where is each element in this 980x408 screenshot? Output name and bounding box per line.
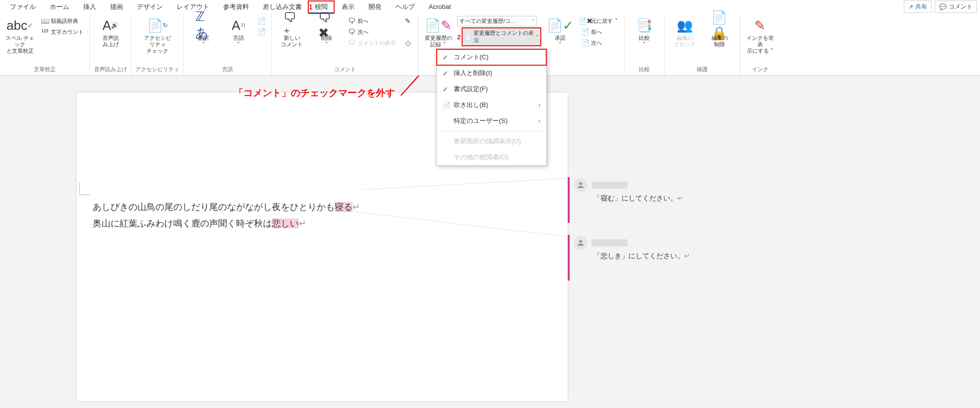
translate-icon: ℤあ [195, 17, 212, 34]
wordcount-icon: ¹²³ [41, 28, 49, 36]
language-icon: A가 [230, 17, 247, 34]
compare-icon: 📑 [636, 17, 653, 34]
pencil-icon: ✎ [404, 17, 412, 25]
check-icon: ✓ [443, 86, 450, 93]
compare-button[interactable]: 📑 比較˅ [628, 16, 660, 49]
menu-references[interactable]: 参考資料 [216, 0, 256, 13]
menu-item-other-reviewers: その他の校閲者(O) [437, 149, 546, 165]
delete-comment-icon: 🗨✖ [318, 17, 335, 34]
translate-button[interactable]: ℤあ 翻訳˅ [188, 16, 220, 49]
doc-line-1[interactable]: あしびきの山鳥の尾のしだり尾のながながし夜をひとりかも寝る↵ [93, 199, 360, 215]
comment-icon: 💬 [939, 3, 947, 10]
group-compare: 📑 比較˅ 比較 [624, 14, 665, 75]
annotation-2: 2 [457, 33, 461, 41]
accessibility-button[interactable]: 📄↻ アクセシビリティ チェック [141, 16, 173, 56]
menu-item-insertions[interactable]: ✓挿入と削除(I) [437, 65, 546, 81]
comment-marker-1[interactable] [568, 177, 570, 223]
eraser-icon: ◇ [404, 39, 412, 47]
block-authors-button: 👥 編集の ブロック [669, 16, 701, 49]
show-markup-menu: ✓コメント(C) ✓挿入と削除(I) ✓書式設定(F) 📄吹き出し(B)› 特定… [436, 49, 547, 166]
thesaurus-button[interactable]: 📖類義語辞典 [39, 16, 86, 26]
doc-icon: 📄 [443, 102, 450, 109]
lang-sm1[interactable]: 📄 [255, 16, 267, 26]
menu-design[interactable]: デザイン [130, 0, 170, 13]
chevron-right-icon: › [538, 117, 540, 124]
comment-2[interactable]: 「悲しき」にしてください。↵ [574, 236, 723, 261]
menu-item-comments[interactable]: ✓コメント(C) [437, 49, 546, 65]
show-comments-button[interactable]: 🗨コメントの表示 [346, 38, 398, 48]
reject-icon: 📄✖ [581, 17, 589, 25]
menu-insert[interactable]: 挿入 [76, 0, 103, 13]
track-changes-button[interactable]: 📄✎ 変更履歴の 記録 ˅ [422, 16, 454, 49]
menu-help[interactable]: ヘルプ [388, 0, 422, 13]
comment-next-button[interactable]: 🗨次へ [346, 27, 398, 37]
next-icon: 🗨 [348, 28, 356, 36]
highlight-1: 寝る [335, 202, 353, 212]
share-button[interactable]: ↗共有 [904, 0, 932, 13]
change-prev-button[interactable]: 📄前へ [579, 27, 620, 37]
menu-item-users[interactable]: 特定のユーザー(S)› [437, 113, 546, 129]
group-label: 比較 [639, 65, 650, 75]
svg-point-4 [579, 240, 582, 243]
doc-line-2[interactable]: 奥山に紅葉ふみわけ鳴く鹿の声聞く時ぞ秋は悲しい↵ [93, 215, 306, 232]
spellcheck-icon: abc✓ [11, 17, 28, 34]
new-comment-button[interactable]: 🗨⁺ 新しい コメント [276, 16, 308, 49]
group-comments: 🗨⁺ 新しい コメント 🗨✖ 削除˅ 🗨前へ 🗨次へ 🗨コメントの表示 ✎ ◇ … [272, 14, 418, 75]
lang-sm2[interactable]: 📄 [255, 27, 267, 37]
menu-developer[interactable]: 開発 [362, 0, 388, 13]
comment-prev-button[interactable]: 🗨前へ [346, 16, 398, 26]
spellcheck-button[interactable]: abc✓ スペル チェック と文章校正 [4, 16, 36, 56]
group-ink: ✎ インクを非表 示にする ˅ インク [740, 14, 780, 75]
menu-acrobat[interactable]: Acrobat [422, 1, 458, 12]
accessibility-icon: 📄↻ [149, 17, 166, 34]
prev-change-icon: 📄 [581, 28, 589, 36]
group-accessibility: 📄↻ アクセシビリティ チェック アクセシビリティ [131, 14, 184, 75]
group-label: アクセシビリティ [135, 65, 179, 75]
menu-item-formatting[interactable]: ✓書式設定(F) [437, 81, 546, 97]
menu-bar: ファイル ホーム 挿入 描画 デザイン レイアウト 参考資料 差し込み文書 1 … [0, 0, 980, 14]
accept-icon: 📄✓ [552, 17, 569, 34]
comment-button[interactable]: 💬コメント [935, 0, 977, 13]
check-icon: ✓ [443, 54, 450, 61]
new-comment-icon: 🗨⁺ [283, 17, 300, 34]
menu-home[interactable]: ホーム [43, 0, 76, 13]
comment-marker-2[interactable] [568, 235, 570, 281]
avatar-icon [574, 178, 588, 192]
page-corner-mark [79, 182, 90, 195]
menu-file[interactable]: ファイル [3, 0, 43, 13]
next-change-icon: 📄 [581, 39, 589, 47]
hide-ink-button[interactable]: ✎ インクを非表 示にする ˅ [744, 16, 776, 56]
display-for-review-dropdown[interactable]: すべての変更履歴/コ…˅ [457, 16, 537, 26]
wordcount-button[interactable]: ¹²³文字カウント [39, 27, 86, 37]
reject-button[interactable]: 📄✖元に戻す ˅ [579, 16, 620, 26]
menu-review[interactable]: 校閲 [308, 0, 335, 13]
show-markup-dropdown[interactable]: 📄変更履歴とコメントの表示 ˅ [462, 27, 541, 46]
show-comments-icon: 🗨 [348, 39, 356, 47]
change-next-button[interactable]: 📄次へ [579, 38, 620, 48]
read-aloud-button[interactable]: A🔊 音声読 み上げ [95, 16, 126, 49]
accept-button[interactable]: 📄✓ 承諾˅ [544, 16, 576, 49]
menu-item-balloons[interactable]: 📄吹き出し(B)› [437, 97, 546, 113]
restrict-editing-button[interactable]: 📄🔒 編集の 制限 [704, 16, 735, 49]
menu-view[interactable]: 表示 [335, 0, 362, 13]
hide-ink-icon: ✎ [751, 17, 768, 34]
lock-icon: 📄🔒 [711, 17, 728, 34]
group-label: コメント [334, 65, 356, 75]
group-label: 言語 [222, 65, 233, 75]
group-label: 音声読み上げ [94, 65, 127, 75]
comment-text: 「悲しき」にしてください。↵ [574, 252, 723, 261]
menu-mailings[interactable]: 差し込み文書 [256, 0, 309, 13]
share-icon: ↗ [908, 3, 913, 10]
avatar-icon [574, 236, 588, 250]
group-label: 保護 [697, 65, 708, 75]
menu-item-highlight-updates: 更新箇所の強調表示(U) [437, 133, 546, 149]
eraser-button[interactable]: ◇ [402, 38, 414, 48]
check-icon: ✓ [443, 70, 450, 77]
comment-1[interactable]: 「寝む」にしてください。↵ [574, 178, 723, 203]
menu-draw[interactable]: 描画 [103, 0, 130, 13]
comment-text: 「寝む」にしてください。↵ [574, 194, 723, 203]
delete-comment-button[interactable]: 🗨✖ 削除˅ [311, 16, 343, 49]
language-button[interactable]: A가 言語˅ [223, 16, 254, 49]
prev-icon: 🗨 [348, 17, 356, 25]
ink-comment-button[interactable]: ✎ [402, 16, 414, 26]
